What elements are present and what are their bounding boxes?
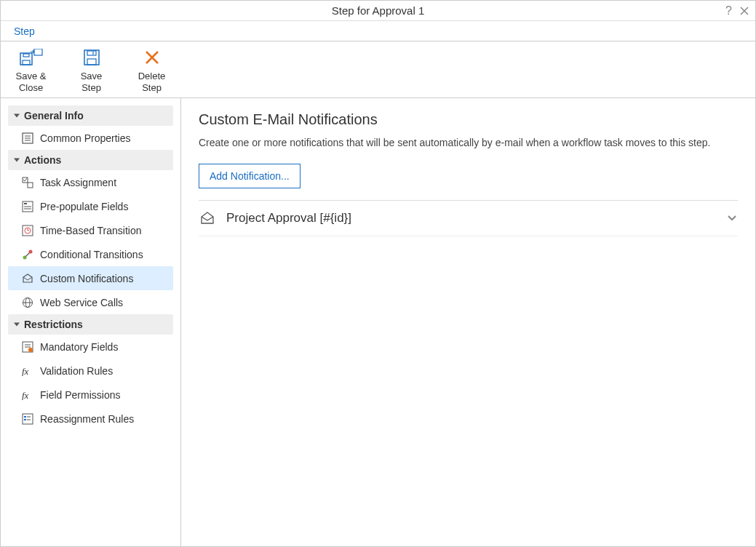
- close-icon[interactable]: [739, 6, 749, 16]
- section-actions-label: Actions: [24, 154, 61, 166]
- nav-field-permissions-label: Field Permissions: [40, 389, 120, 401]
- svg-rect-1: [23, 60, 30, 65]
- mandatory-icon: [21, 340, 34, 354]
- titlebar: Step for Approval 1 ?: [1, 1, 755, 21]
- page-title: Custom E-Mail Notifications: [199, 111, 738, 128]
- globe-icon: [21, 296, 34, 309]
- nav-custom-notifications-label: Custom Notifications: [40, 273, 133, 284]
- svg-rect-37: [24, 419, 26, 420]
- notification-row[interactable]: Project Approval [#{id}]: [199, 201, 738, 236]
- prepopulate-icon: [21, 200, 34, 213]
- section-general-info-label: General Info: [24, 110, 84, 121]
- nav-time-transition-label: Time-Based Transition: [40, 225, 142, 236]
- delete-step-label-2: Step: [142, 82, 162, 94]
- nav-common-properties[interactable]: Common Properties: [8, 126, 173, 150]
- save-close-label-2: Close: [19, 82, 43, 94]
- svg-rect-4: [84, 50, 99, 65]
- nav-validation-rules[interactable]: fx Validation Rules: [8, 359, 173, 383]
- time-transition-icon: [21, 224, 34, 237]
- nav-web-service-label: Web Service Calls: [40, 297, 123, 308]
- svg-rect-5: [87, 59, 96, 65]
- nav-reassignment-label: Reassignment Rules: [40, 413, 134, 425]
- toolbar: Save & Close Save Step Delete S: [1, 41, 755, 98]
- save-close-label-1: Save &: [16, 71, 47, 82]
- properties-icon: [21, 132, 34, 145]
- svg-rect-15: [24, 203, 27, 204]
- section-restrictions[interactable]: Restrictions: [8, 314, 173, 335]
- delete-icon: [144, 47, 160, 68]
- page-description: Create one or more notifications that wi…: [199, 135, 738, 151]
- nav-common-properties-label: Common Properties: [40, 132, 131, 144]
- nav-field-permissions[interactable]: fx Field Permissions: [8, 383, 173, 407]
- delete-step-label-1: Delete: [138, 71, 166, 82]
- save-close-button[interactable]: Save & Close: [11, 47, 51, 93]
- sidebar: General Info Common Properties Actions T…: [1, 98, 181, 546]
- notification-label: Project Approval [#{id}]: [226, 211, 726, 225]
- nav-task-assignment-label: Task Assignment: [40, 177, 116, 188]
- dialog-title: Step for Approval 1: [332, 4, 425, 17]
- save-step-label-1: Save: [81, 71, 103, 82]
- nav-prepopulate-fields[interactable]: Pre-populate Fields: [8, 194, 173, 218]
- svg-rect-13: [28, 183, 33, 188]
- nav-task-assignment[interactable]: Task Assignment: [8, 170, 173, 194]
- nav-mandatory-fields[interactable]: Mandatory Fields: [8, 335, 173, 359]
- nav-conditional-transitions[interactable]: Conditional Transitions: [8, 242, 173, 266]
- nav-time-based-transition[interactable]: Time-Based Transition: [8, 218, 173, 242]
- menu-step[interactable]: Step: [14, 25, 35, 37]
- svg-text:fx: fx: [22, 366, 29, 376]
- reassignment-icon: [21, 412, 34, 426]
- nav-conditional-label: Conditional Transitions: [40, 249, 143, 260]
- nav-custom-notifications[interactable]: Custom Notifications: [8, 266, 173, 290]
- envelope-open-icon: [199, 209, 216, 227]
- nav-mandatory-label: Mandatory Fields: [40, 341, 118, 353]
- nav-reassignment-rules[interactable]: Reassignment Rules: [8, 407, 173, 431]
- fx-icon-2: fx: [21, 388, 34, 402]
- section-restrictions-label: Restrictions: [24, 319, 83, 330]
- envelope-icon: [21, 272, 34, 285]
- save-icon: [83, 47, 100, 68]
- chevron-down-icon: [726, 212, 738, 225]
- fx-icon: fx: [21, 364, 34, 378]
- section-actions[interactable]: Actions: [8, 150, 173, 170]
- nav-validation-label: Validation Rules: [40, 365, 113, 377]
- main-panel: Custom E-Mail Notifications Create one o…: [181, 98, 755, 546]
- svg-point-31: [28, 348, 33, 352]
- svg-rect-35: [24, 416, 26, 418]
- nav-web-service-calls[interactable]: Web Service Calls: [8, 290, 173, 314]
- section-general-info[interactable]: General Info: [8, 105, 173, 126]
- svg-rect-6: [87, 51, 96, 55]
- svg-text:fx: fx: [22, 390, 29, 400]
- add-notification-button[interactable]: Add Notification...: [199, 164, 301, 188]
- save-step-button[interactable]: Save Step: [71, 47, 111, 93]
- conditional-icon: [21, 248, 34, 261]
- help-icon[interactable]: ?: [725, 4, 732, 17]
- save-step-label-2: Step: [81, 82, 101, 94]
- save-close-icon: [20, 47, 43, 68]
- task-assignment-icon: [21, 176, 34, 189]
- svg-rect-2: [23, 54, 29, 57]
- menubar: Step: [1, 21, 755, 41]
- delete-step-button[interactable]: Delete Step: [132, 47, 172, 93]
- svg-line-24: [26, 252, 30, 256]
- nav-prepopulate-label: Pre-populate Fields: [40, 201, 128, 212]
- svg-rect-3: [34, 49, 42, 55]
